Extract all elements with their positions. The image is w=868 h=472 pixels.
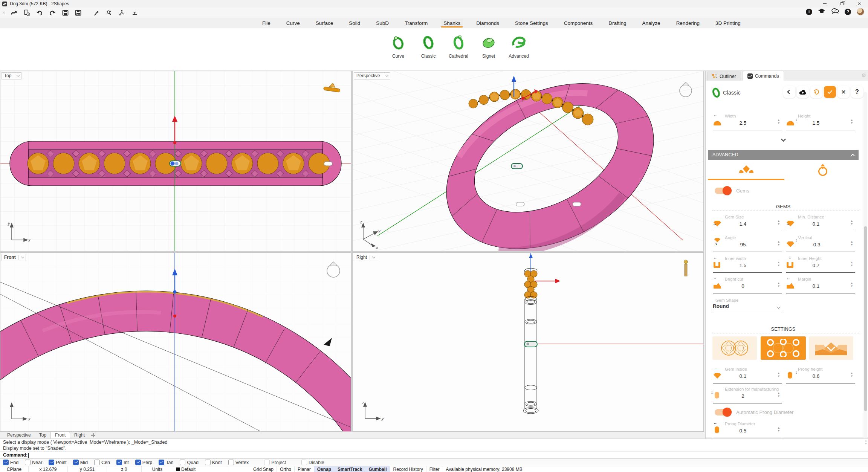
vertical-input[interactable] — [786, 241, 846, 248]
checkbox[interactable] — [73, 460, 79, 465]
menu-components[interactable]: Components — [562, 19, 595, 27]
osnap-perp[interactable]: Perp — [135, 460, 152, 465]
expand-more-button[interactable] — [706, 136, 861, 142]
osnap-knot[interactable]: Knot — [205, 460, 222, 465]
shank-curve-button[interactable]: Curve — [385, 34, 411, 59]
chat-icon[interactable] — [831, 8, 839, 15]
toggle-ortho[interactable]: Ortho — [277, 466, 295, 472]
toggle-planar[interactable]: Planar — [295, 466, 314, 472]
checkbox[interactable] — [159, 460, 164, 465]
menu-stone-settings[interactable]: Stone Settings — [513, 19, 550, 27]
osnap-tan[interactable]: Tan — [159, 460, 173, 465]
file-history-icon[interactable] — [22, 9, 32, 17]
extension-input[interactable] — [713, 393, 773, 400]
toggle-gumball[interactable]: Gumball — [365, 466, 390, 472]
render-tools-icon[interactable] — [104, 9, 114, 17]
inner-width-input[interactable] — [713, 262, 773, 269]
info-icon[interactable]: i — [806, 9, 812, 15]
pane-close-icon[interactable]: ✕ — [2, 11, 5, 15]
back-button[interactable] — [783, 86, 795, 98]
setting-style-gems-only-button[interactable] — [712, 336, 757, 360]
tab-ring-settings[interactable] — [784, 160, 861, 179]
angle-input[interactable] — [713, 241, 773, 248]
save-icon[interactable] — [60, 9, 70, 17]
menu-shanks[interactable]: Shanks — [441, 19, 463, 27]
minimize-button[interactable] — [816, 0, 833, 8]
vertical-spinner[interactable] — [849, 240, 854, 246]
bright-cut-spinner[interactable] — [776, 282, 781, 288]
align-icon[interactable] — [130, 9, 139, 17]
status-cplane[interactable]: CPlane — [0, 466, 29, 472]
academy-icon[interactable] — [818, 8, 825, 15]
osnap-project[interactable]: Project — [264, 460, 286, 465]
shank-advanced-button[interactable]: Advanced — [506, 34, 532, 59]
osnap-mid[interactable]: Mid — [73, 460, 88, 465]
checkbox[interactable] — [301, 460, 307, 465]
menu-transform[interactable]: Transform — [402, 19, 430, 27]
split-icon[interactable] — [117, 9, 127, 17]
menu-solid[interactable]: Solid — [347, 19, 362, 27]
menu-subd[interactable]: SubD — [374, 19, 391, 27]
prong-height-input[interactable] — [786, 373, 846, 380]
refresh-button[interactable] — [810, 86, 822, 98]
osnap-disable[interactable]: Disable — [301, 460, 324, 465]
viewport-title-perspective[interactable]: Perspective — [354, 72, 390, 79]
vptab-right[interactable]: Right — [70, 432, 89, 438]
checkbox[interactable] — [135, 460, 141, 465]
gem-size-spinner[interactable] — [776, 220, 781, 226]
checkbox[interactable] — [205, 460, 211, 465]
checkbox[interactable] — [94, 460, 100, 465]
viewport-title-top[interactable]: Top — [2, 72, 21, 79]
tab-outliner[interactable]: Outliner — [707, 72, 741, 81]
cloud-save-button[interactable] — [797, 86, 809, 98]
osnap-quad[interactable]: Quad — [180, 460, 199, 465]
menu-curve[interactable]: Curve — [284, 19, 302, 27]
redo-icon[interactable] — [47, 9, 57, 17]
vptab-top[interactable]: Top — [35, 432, 50, 438]
shank-cathedral-button[interactable]: Cathedral — [445, 34, 472, 59]
checkbox[interactable] — [49, 460, 54, 465]
height-spinner[interactable] — [849, 119, 854, 125]
toggle-smarttrack[interactable]: SmartTrack — [335, 466, 365, 472]
osnap-end[interactable]: End — [3, 460, 18, 465]
menu-surface[interactable]: Surface — [313, 19, 336, 27]
command-history[interactable]: Select a display mode ( Viewport=Active … — [0, 438, 868, 451]
close-button[interactable]: ✕ — [851, 0, 868, 8]
inner-height-input[interactable] — [786, 262, 846, 269]
viewport-menu-icon[interactable] — [17, 73, 20, 76]
gem-size-input[interactable] — [713, 220, 773, 228]
viewport-title-right[interactable]: Right — [354, 254, 377, 261]
viewport-title-front[interactable]: Front — [2, 254, 26, 261]
menu-3d-printing[interactable]: 3D Printing — [713, 19, 743, 27]
menu-analyze[interactable]: Analyze — [640, 19, 663, 27]
extension-spinner[interactable] — [776, 392, 781, 398]
setting-style-channel-button[interactable] — [809, 336, 853, 360]
toggle-osnap[interactable]: Osnap — [314, 466, 335, 472]
shank-signet-button[interactable]: Signet — [475, 34, 502, 59]
checkbox[interactable] — [228, 460, 234, 465]
viewport-right[interactable]: z y Right — [352, 252, 704, 432]
undo-icon[interactable] — [35, 9, 44, 17]
margin-spinner[interactable] — [849, 282, 854, 288]
tab-commands[interactable]: Commands — [743, 71, 784, 81]
inner-width-spinner[interactable] — [776, 261, 781, 267]
viewport-menu-icon[interactable] — [385, 73, 388, 76]
prong-diameter-input[interactable] — [713, 427, 773, 434]
osnap-vertex[interactable]: Vertex — [228, 460, 249, 465]
margin-input[interactable] — [786, 283, 846, 290]
gem-inside-input[interactable] — [713, 373, 773, 380]
min-distance-input[interactable] — [786, 220, 846, 228]
menu-diamonds[interactable]: Diamonds — [474, 19, 501, 27]
new-viewport-icon[interactable] — [91, 433, 95, 437]
restore-button[interactable] — [833, 0, 851, 8]
toggle-filter[interactable]: Filter — [426, 466, 443, 472]
command-scroll-arrows[interactable]: ▲▼ — [865, 439, 867, 445]
menu-drafting[interactable]: Drafting — [606, 19, 628, 27]
height-input[interactable] — [786, 119, 846, 127]
checkbox[interactable] — [180, 460, 185, 465]
cancel-button[interactable]: ✕ — [837, 86, 850, 98]
setting-style-prongs-button[interactable] — [761, 336, 806, 360]
tab-gems-settings[interactable] — [708, 160, 784, 179]
panel-scrollbar[interactable] — [863, 92, 867, 444]
inner-height-spinner[interactable] — [849, 261, 854, 267]
